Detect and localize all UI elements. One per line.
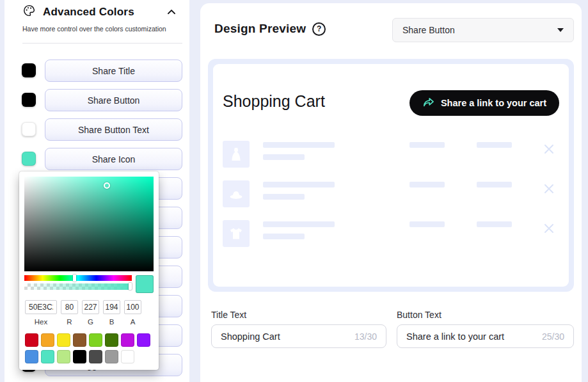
button-char-counter: 25/30 bbox=[542, 331, 564, 342]
preset-color-swatch[interactable] bbox=[25, 333, 38, 347]
skeleton-bar bbox=[263, 142, 335, 148]
preset-color-swatch[interactable] bbox=[57, 333, 70, 347]
color-row-share-button: Share Button bbox=[4, 89, 189, 111]
color-swatch[interactable] bbox=[22, 122, 36, 136]
skeleton-bar bbox=[477, 142, 512, 148]
cart-item-row bbox=[213, 220, 569, 247]
hue-slider-handle[interactable] bbox=[73, 275, 76, 282]
color-row-share-icon: Share Icon bbox=[4, 148, 189, 170]
color-picker-popup: Hex R G B A bbox=[19, 171, 159, 370]
skeleton-bar bbox=[477, 182, 512, 187]
blue-label: B bbox=[109, 318, 115, 326]
saturation-cursor[interactable] bbox=[104, 182, 110, 189]
skeleton-bar bbox=[263, 234, 305, 239]
color-row-share-button-text: Share Button Text bbox=[4, 118, 189, 141]
preset-color-swatch[interactable] bbox=[41, 333, 54, 347]
color-swatch[interactable] bbox=[22, 152, 36, 166]
saturation-area[interactable] bbox=[24, 177, 154, 271]
cart-title: Shopping Cart bbox=[223, 92, 325, 111]
preview-card: Shopping Cart Share a link to your cart bbox=[208, 59, 574, 292]
preset-color-swatch[interactable] bbox=[89, 350, 102, 363]
color-row-share-title: Share Title bbox=[4, 60, 189, 82]
preset-color-swatch[interactable] bbox=[73, 333, 86, 347]
skeleton-bar bbox=[409, 142, 445, 148]
hex-input[interactable] bbox=[25, 300, 57, 314]
page-title: Design Preview bbox=[214, 22, 306, 36]
preset-color-swatch[interactable] bbox=[25, 350, 38, 363]
cart-item-row bbox=[213, 141, 569, 168]
skeleton-bar bbox=[263, 194, 305, 200]
share-cart-button[interactable]: Share a link to your cart bbox=[409, 90, 559, 116]
alpha-label: A bbox=[131, 318, 136, 326]
preset-color-swatch[interactable] bbox=[105, 350, 118, 363]
title-text-input[interactable] bbox=[221, 331, 349, 342]
panel-header: Advanced Colors bbox=[22, 4, 178, 20]
skeleton-bar bbox=[409, 221, 445, 227]
preset-color-swatch[interactable] bbox=[137, 333, 150, 347]
alpha-slider[interactable] bbox=[24, 283, 132, 290]
cart-item-row bbox=[213, 180, 569, 207]
preset-color-swatch[interactable] bbox=[57, 350, 70, 363]
share-button-button[interactable]: Share Button bbox=[45, 89, 182, 111]
hue-slider[interactable] bbox=[24, 275, 132, 281]
red-label: R bbox=[67, 318, 72, 326]
hat-icon bbox=[223, 180, 250, 207]
button-text-input[interactable] bbox=[406, 331, 537, 342]
current-color-swatch bbox=[136, 275, 154, 293]
caret-down-icon bbox=[557, 28, 564, 32]
skeleton-bar bbox=[263, 154, 305, 160]
preset-color-swatch[interactable] bbox=[73, 350, 86, 363]
green-input[interactable] bbox=[82, 300, 99, 314]
palette-icon bbox=[22, 4, 36, 20]
tshirt-icon bbox=[223, 220, 250, 247]
alpha-input[interactable] bbox=[124, 300, 141, 314]
remove-item-icon[interactable] bbox=[541, 220, 557, 237]
title-text-label: Title Text bbox=[211, 310, 246, 320]
preset-color-swatch[interactable] bbox=[105, 333, 118, 347]
preset-color-swatch[interactable] bbox=[41, 350, 54, 363]
skeleton-bar bbox=[263, 221, 335, 227]
color-swatch[interactable] bbox=[22, 93, 36, 107]
preset-color-swatch[interactable] bbox=[121, 350, 134, 363]
title-char-counter: 13/30 bbox=[354, 331, 377, 342]
red-input[interactable] bbox=[61, 300, 78, 314]
share-arrow-icon bbox=[422, 96, 435, 111]
hex-label: Hex bbox=[35, 318, 47, 326]
preset-swatches bbox=[24, 333, 154, 365]
share-icon-button[interactable]: Share Icon bbox=[45, 148, 182, 170]
remove-item-icon[interactable] bbox=[541, 141, 557, 157]
help-icon[interactable]: ? bbox=[312, 22, 326, 36]
panel-subtitle: Have more control over the colors custom… bbox=[22, 25, 166, 33]
button-text-label: Button Text bbox=[397, 310, 441, 320]
green-label: G bbox=[88, 318, 93, 326]
design-preview-panel: Design Preview ? Share Button Shopping C… bbox=[200, 3, 582, 382]
divider bbox=[22, 43, 182, 44]
skeleton-bar bbox=[409, 182, 445, 187]
panel-title: Advanced Colors bbox=[43, 6, 134, 19]
preset-color-swatch[interactable] bbox=[89, 333, 102, 347]
share-button-label: Share a link to your cart bbox=[441, 98, 546, 108]
title-text-field: 13/30 bbox=[211, 324, 386, 348]
chevron-up-icon[interactable] bbox=[165, 6, 178, 19]
preview-target-dropdown[interactable]: Share Button bbox=[392, 18, 574, 42]
blue-input[interactable] bbox=[103, 300, 120, 314]
share-button-text-button[interactable]: Share Button Text bbox=[45, 118, 182, 141]
button-text-field: 25/30 bbox=[397, 324, 574, 348]
skeleton-bar bbox=[477, 221, 512, 227]
alpha-slider-handle[interactable] bbox=[129, 283, 132, 290]
remove-item-icon[interactable] bbox=[541, 180, 557, 197]
skeleton-bar bbox=[263, 182, 335, 187]
share-title-button[interactable]: Share Title bbox=[45, 60, 182, 82]
dress-icon bbox=[223, 141, 250, 168]
dropdown-value: Share Button bbox=[402, 25, 455, 35]
color-swatch[interactable] bbox=[22, 63, 36, 77]
preset-color-swatch[interactable] bbox=[121, 333, 134, 347]
